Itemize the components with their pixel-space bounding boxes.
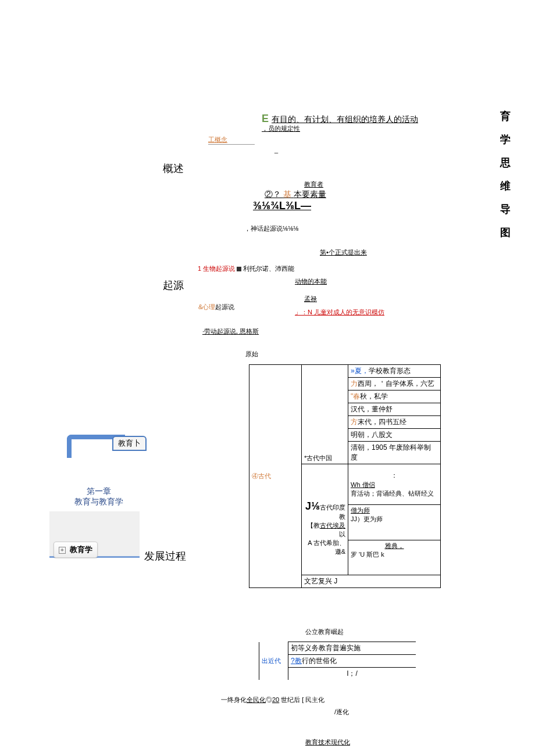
tech-modern: 教育技术现代化 bbox=[305, 738, 350, 747]
modern-r3: I；/ bbox=[288, 668, 416, 680]
pedagogy-button[interactable]: + 教育学 bbox=[54, 542, 98, 558]
educator-text: 教育者 bbox=[304, 180, 323, 189]
wh-monk: Wh 僧侣 bbox=[351, 481, 438, 489]
table-row: ④古代 *古代中国 »夏，学校教育形态 bbox=[249, 365, 441, 378]
nav-corner-icon: 教育卜 bbox=[67, 435, 125, 458]
bio-people: 利托尔诺、沛西能 bbox=[243, 265, 294, 272]
cr2-t: 西周，＇自学体系，六艺 bbox=[358, 379, 434, 388]
monk-teacher: 僧为师 bbox=[351, 506, 438, 515]
chapter-title: 第一章 bbox=[61, 486, 137, 497]
modern-label: 出近代 bbox=[262, 657, 281, 664]
modern-r1: 初等义务教育普遍实施 bbox=[288, 642, 416, 655]
bio-origin-line: 1 生物起源说 利托尔诺、沛西能 bbox=[198, 264, 294, 273]
colon-mark: ： bbox=[351, 471, 438, 481]
renaissance: 文艺复兴 J bbox=[302, 575, 441, 588]
vt-2: 学 bbox=[500, 128, 512, 151]
china-r1: »夏，学校教育形态 bbox=[348, 365, 441, 378]
chapter-sub: 教育与教育学 bbox=[61, 497, 137, 507]
egypt-label: 【教古代埃及以 bbox=[304, 521, 345, 539]
dash-mark: _ bbox=[274, 146, 278, 153]
vt-6: 图 bbox=[500, 221, 512, 244]
cr1-t: 学校教育形态 bbox=[369, 367, 411, 375]
development-section-label: 发展过程 bbox=[144, 549, 186, 563]
basic-elements: ②？ 基 本要素量 bbox=[265, 189, 326, 200]
psych-origin: &心理起源说 bbox=[198, 303, 234, 311]
fraction-line: ⅜⅛¾L⅜L— bbox=[253, 200, 311, 212]
lifelong: 一终身化全民化◎20 世纪后 [ 民主化 bbox=[221, 696, 324, 704]
cr3-p: "春 bbox=[351, 392, 360, 400]
psych-prefix: &心理 bbox=[198, 303, 215, 310]
activity-text: 育活动；背诵经典、钻研经义 bbox=[351, 489, 438, 498]
gradual: /逐化 bbox=[334, 708, 349, 716]
vt-1: 育 bbox=[500, 105, 512, 128]
psych-suffix: 起源说 bbox=[215, 303, 234, 310]
basic-elements-prefix: ②？ bbox=[265, 189, 281, 199]
bio-origin-label: 1 生物起源说 bbox=[198, 265, 235, 272]
cr5-p: 方 bbox=[351, 418, 358, 426]
primitive: 原始 bbox=[245, 350, 258, 359]
vertical-title: 育 学 思 维 导 图 bbox=[500, 105, 512, 244]
basic-elements-mid: 基 bbox=[283, 189, 291, 199]
cr2-p: 力 bbox=[351, 379, 358, 388]
expand-icon: + bbox=[59, 547, 66, 554]
labor-origin: ·劳动起源说, 恩格斯 bbox=[202, 327, 259, 336]
first-formal: 第•个正式提出来 bbox=[320, 248, 367, 257]
nav-corner-wrap: 教育卜 bbox=[67, 435, 125, 458]
ancient-label: ④古代 bbox=[252, 472, 271, 479]
concept-label: 工概念 bbox=[208, 136, 227, 143]
child-imitate: 」：N 儿童对成人的无意识模仿 bbox=[295, 308, 384, 317]
chapter-block: 第一章 教育与教育学 bbox=[61, 486, 137, 507]
letter-E: E bbox=[262, 113, 272, 124]
jj-teacher: JJ）更为师 bbox=[351, 515, 438, 524]
edu-tab-label: 教育卜 bbox=[118, 439, 141, 447]
cr3-t: 秋，私学 bbox=[360, 392, 388, 400]
greece-rome: A 古代希胎、邀& bbox=[304, 539, 345, 556]
table-row: 出近代 初等义务教育普遍实施 bbox=[259, 642, 416, 655]
purpose-text: 有目的、有计划、有组织的培养人的活动 bbox=[272, 114, 418, 124]
china-r2: 力西周，＇自学体系，六艺 bbox=[348, 378, 441, 390]
rome-sparta: 罗 'U 斯巴 k bbox=[351, 550, 438, 559]
origin-section-label: 起源 bbox=[163, 278, 184, 292]
china-label: *古代中国 bbox=[304, 454, 332, 461]
vt-3: 思 bbox=[500, 151, 512, 174]
pedagogy-label: 教育学 bbox=[70, 545, 92, 554]
china-r4: 汉代，董仲舒 bbox=[348, 403, 441, 416]
menglu: 孟禄 bbox=[304, 295, 317, 303]
animal-instinct: 动物的本能 bbox=[295, 277, 327, 286]
athens: 雅典， bbox=[351, 542, 438, 550]
basic-elements-text: 本要素量 bbox=[294, 189, 326, 199]
E-line-container: E 有目的、有计划、有组织的培养人的活动 bbox=[262, 113, 418, 125]
china-r7: 清朝，1905 年废除科举制度 bbox=[348, 442, 441, 464]
china-r6: 明朝，八股文 bbox=[348, 429, 441, 442]
public-edu: 公立教育崛起 bbox=[305, 628, 344, 636]
concept-line: 工概念 bbox=[208, 135, 255, 145]
overview-section-label: 概述 bbox=[163, 162, 184, 175]
ancient-table: ④古代 *古代中国 »夏，学校教育形态 力西周，＇自学体系，六艺 "春秋，私学 … bbox=[249, 364, 441, 588]
myth-origin: ，神话起源说⅛⅛⅛ bbox=[244, 224, 299, 233]
china-r5: 方末代，四书五经 bbox=[348, 416, 441, 429]
vt-4: 维 bbox=[500, 174, 512, 198]
modern-table: 出近代 初等义务教育普遍实施 ?教行的世俗化 I；/ bbox=[259, 642, 416, 680]
edu-tab[interactable]: 教育卜 bbox=[112, 436, 147, 451]
modern-r2: ?教行的世俗化 bbox=[288, 655, 416, 668]
india-frac: J⅛ bbox=[305, 500, 320, 512]
square-icon bbox=[237, 267, 241, 271]
cr5-t: 末代，四书五经 bbox=[358, 418, 406, 426]
vt-5: 导 bbox=[500, 198, 512, 221]
china-r3: "春秋，私学 bbox=[348, 390, 441, 403]
sub1-text: ，员的规定性 bbox=[262, 124, 300, 133]
cr1-p: »夏， bbox=[351, 367, 369, 375]
india-label: 古代印度教 bbox=[320, 504, 345, 520]
